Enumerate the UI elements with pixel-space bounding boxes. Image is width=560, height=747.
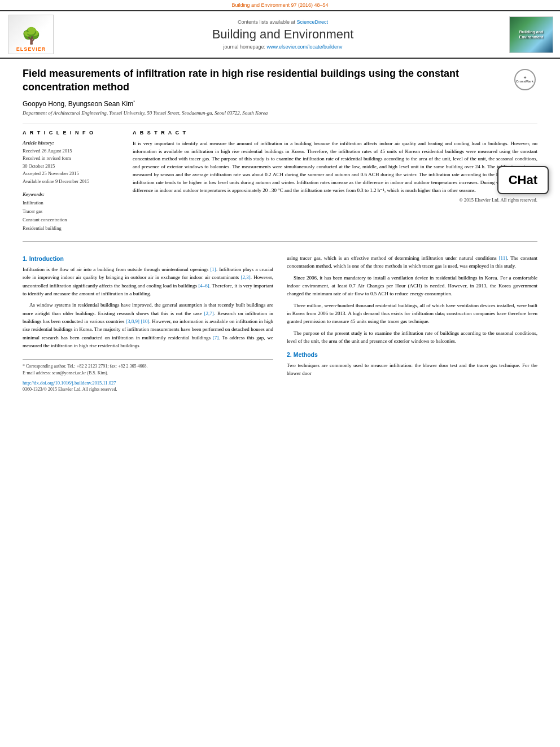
ref-7[interactable]: [7] (213, 335, 219, 340)
accepted-date: Accepted 25 November 2015 (23, 170, 121, 178)
revised-label: Received in revised form (23, 155, 121, 163)
doi-link[interactable]: http://dx.doi.org/10.1016/j.buildenv.201… (23, 380, 273, 386)
ref-2-7[interactable]: [2,7] (204, 311, 214, 316)
ref-11[interactable]: [11] (499, 255, 508, 261)
authors: Goopyo Hong, Byungseon Sean Kim* (23, 100, 537, 108)
paper-title: Field measurements of infiltration rate … (23, 67, 537, 94)
article-info-abstract: A R T I C L E I N F O Article history: R… (23, 130, 537, 233)
keyword-4: Residential building (23, 224, 121, 233)
ref-10[interactable]: [10] (141, 318, 149, 324)
crossmark-icon: ✦ CrossMark (514, 69, 536, 90)
journal-thumb-image: Building and Environment (509, 16, 553, 53)
journal-center: Contents lists available at ScienceDirec… (62, 19, 504, 50)
abstract-text: It is very important to identify and mea… (133, 140, 537, 195)
intro-right-para1: using tracer gas, which is an effective … (287, 254, 537, 270)
intro-para1: Infiltration is the flow of air into a b… (23, 265, 273, 298)
divider-after-authors (23, 124, 537, 124)
article-info-title: A R T I C L E I N F O (23, 130, 121, 136)
journal-header: 🌳 ELSEVIER Contents lists available at S… (0, 10, 560, 59)
elsevier-logo-image: 🌳 ELSEVIER (8, 15, 54, 54)
keywords-section: Keywords: Infiltration Tracer gas Consta… (23, 191, 121, 233)
chat-box[interactable]: CHat (497, 166, 549, 194)
journal-citation: Building and Environment 97 (2016) 48–54 (0, 0, 560, 10)
sciencedirect-link[interactable]: ScienceDirect (297, 19, 329, 25)
intro-text-left: Infiltration is the flow of air into a b… (23, 265, 273, 350)
ref-1[interactable]: [1] (210, 267, 216, 272)
footnote-area: * Corresponding author. Tel.: +82 2 2123… (23, 359, 273, 392)
paper-section: Field measurements of infiltration rate … (0, 59, 560, 254)
contents-line: Contents lists available at ScienceDirec… (62, 19, 504, 25)
article-info-col: A R T I C L E I N F O Article history: R… (23, 130, 121, 233)
copyright-line: © 2015 Elsevier Ltd. All rights reserved… (133, 197, 537, 203)
ref-2-3[interactable]: [2,3] (240, 274, 250, 280)
online-date: Available online 9 December 2015 (23, 178, 121, 186)
intro-text-right: using tracer gas, which is an effective … (287, 254, 537, 346)
article-history-label: Article history: (23, 140, 121, 146)
keywords-label: Keywords: (23, 191, 121, 197)
elsevier-brand: ELSEVIER (16, 46, 46, 54)
received-date: Received 26 August 2015 (23, 147, 121, 155)
keyword-2: Tracer gas (23, 207, 121, 216)
journal-homepage: journal homepage: www.elsevier.com/locat… (62, 44, 504, 50)
methods-text-right: Two techniques are commonly used to meas… (287, 361, 537, 378)
revised-date: 30 October 2015 (23, 163, 121, 171)
intro-right-para4: The purpose of the present study is to e… (287, 329, 537, 346)
footnote-corresponding: * Corresponding author. Tel.: +82 2 2123… (23, 363, 273, 370)
section-divider (23, 241, 537, 242)
journal-thumbnail: Building and Environment (509, 16, 554, 53)
affiliation: Department of Architectural Engineering,… (23, 110, 537, 116)
abstract-col: A B S T R A C T It is very important to … (133, 130, 537, 233)
journal-thumb-text: Building and Environment (519, 29, 544, 40)
body-left-col: 1. Introduction Infiltration is the flow… (23, 254, 273, 392)
body-section: 1. Introduction Infiltration is the flow… (0, 254, 560, 392)
journal-title: Building and Environment (62, 27, 504, 42)
body-right-col: using tracer gas, which is an effective … (287, 254, 537, 392)
ref-4-6[interactable]: [4–6] (198, 283, 209, 289)
homepage-link[interactable]: www.elsevier.com/locate/buildenv (266, 44, 342, 50)
issn-line: 0360-1323/© 2015 Elsevier Ltd. All right… (23, 387, 273, 392)
tree-icon: 🌳 (21, 27, 41, 45)
author-sup: * (133, 100, 135, 104)
intro-right-para2: Since 2006, it has been mandatory to ins… (287, 274, 537, 298)
ref-3-8-9[interactable]: [3,8,9] (126, 318, 139, 324)
intro-para2: As window systems in residential buildin… (23, 301, 273, 350)
article-dates: Received 26 August 2015 Received in revi… (23, 147, 121, 186)
methods-heading: 2. Methods (287, 351, 537, 358)
footnote-email: E-mail address: sean@yonsei.ac.kr (B.S. … (23, 370, 273, 377)
publisher-logo: 🌳 ELSEVIER (6, 15, 56, 54)
keyword-3: Constant concentration (23, 216, 121, 224)
crossmark-badge[interactable]: ✦ CrossMark (512, 67, 537, 92)
keywords-list: Infiltration Tracer gas Constant concent… (23, 199, 121, 233)
keyword-1: Infiltration (23, 199, 121, 207)
body-two-col: 1. Introduction Infiltration is the flow… (23, 254, 537, 392)
intro-heading: 1. Introduction (23, 255, 273, 262)
intro-right-para3: Three million, seven-hundred thousand re… (287, 302, 537, 326)
methods-para1: Two techniques are commonly used to meas… (287, 361, 537, 378)
abstract-title: A B S T R A C T (133, 130, 537, 136)
